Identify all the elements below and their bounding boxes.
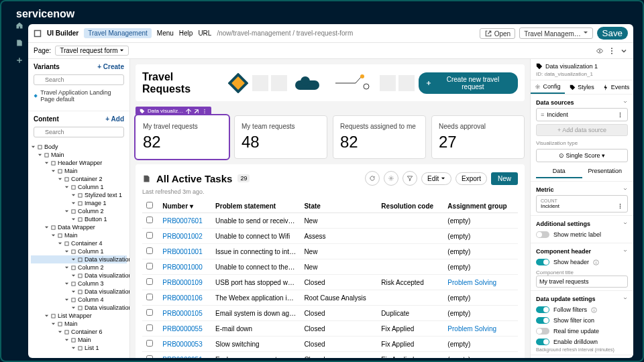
follow-filters-toggle[interactable]: [536, 306, 549, 313]
table-row[interactable]: PRB0001002Unable to connect to WifiAsses…: [142, 229, 518, 244]
tree-item[interactable]: Main: [31, 231, 127, 239]
row-checkbox[interactable]: [146, 340, 153, 347]
collapse-icon[interactable]: [623, 221, 628, 226]
tree-item[interactable]: Main: [31, 167, 127, 175]
table-cell[interactable]: PRB0000105: [158, 306, 211, 321]
kpi-card[interactable]: My team requests48: [234, 115, 327, 159]
row-checkbox[interactable]: [146, 232, 153, 239]
chevron-down-icon[interactable]: [620, 47, 628, 55]
kpi-card[interactable]: My travel requests82: [136, 115, 229, 159]
travel-mgmt-dropdown[interactable]: Travel Managem…: [519, 27, 592, 39]
kpi-card[interactable]: Requests assigned to me82: [333, 115, 426, 159]
row-checkbox[interactable]: [146, 324, 153, 331]
drilldown-toggle[interactable]: [536, 339, 549, 345]
table-row[interactable]: PRB0000106The Webex application is unava…: [142, 290, 518, 306]
row-checkbox[interactable]: [146, 217, 153, 223]
table-cell[interactable]: PRB0000109: [158, 275, 211, 290]
variants-create[interactable]: + Create: [97, 63, 124, 70]
menu-link[interactable]: Menu: [157, 29, 174, 37]
tree-item[interactable]: List 1: [31, 344, 127, 352]
config-tab-events[interactable]: Events: [599, 80, 633, 94]
content-add[interactable]: + Add: [105, 115, 124, 123]
col-header[interactable]: Assignment group: [443, 199, 518, 213]
realtime-toggle[interactable]: [536, 328, 549, 335]
select-all-checkbox[interactable]: [146, 202, 153, 208]
collapse-icon[interactable]: [623, 99, 628, 105]
help-link[interactable]: Help: [179, 29, 193, 37]
row-checkbox[interactable]: [146, 355, 153, 358]
row-checkbox[interactable]: [146, 309, 153, 316]
edit-button[interactable]: Edit: [421, 172, 451, 185]
selection-bar[interactable]: Data visualiz…: [136, 107, 211, 115]
table-cell[interactable]: PRB0001001: [158, 244, 211, 259]
table-row[interactable]: PRB0000109USB port has stopped workingCl…: [142, 275, 518, 290]
row-checkbox[interactable]: [146, 278, 153, 285]
add-datasource-button[interactable]: + Add data source: [536, 124, 628, 136]
component-title-input[interactable]: [536, 276, 628, 288]
metric-box[interactable]: COUNTIncident: [536, 195, 628, 213]
tree-item[interactable]: Column 2: [31, 207, 127, 215]
tree-item[interactable]: Main: [31, 320, 127, 328]
tree-item[interactable]: Data visualization 3: [31, 288, 127, 296]
tree-item[interactable]: Column 2: [31, 263, 127, 272]
tree-item[interactable]: Main: [31, 151, 127, 159]
subtab-data[interactable]: Data: [536, 165, 582, 178]
table-row[interactable]: PRB0000051Exchange server outageClosedFi…: [142, 352, 518, 358]
plus-icon[interactable]: [15, 56, 23, 64]
tree-item[interactable]: Data visualization 4: [31, 304, 127, 312]
new-button[interactable]: New: [491, 172, 518, 185]
col-header[interactable]: State: [300, 199, 377, 213]
tree-item[interactable]: Body: [31, 143, 127, 151]
doc-icon[interactable]: [15, 39, 23, 47]
tree-item[interactable]: Column 4: [31, 296, 127, 304]
collapse-icon[interactable]: [623, 186, 628, 192]
create-travel-request-button[interactable]: Create new travel request: [419, 72, 518, 94]
kpi-card[interactable]: Needs approval27: [431, 115, 525, 159]
table-cell[interactable]: Problem Solving: [443, 321, 518, 337]
collapse-icon[interactable]: [623, 296, 628, 301]
col-header[interactable]: Problem statement: [211, 199, 300, 213]
table-cell[interactable]: Problem Solving: [443, 275, 518, 290]
table-row[interactable]: PRB0007601Unable to send or receive emai…: [142, 213, 518, 229]
tree-item[interactable]: Column 3: [31, 280, 127, 288]
variant-item[interactable]: Travel Application Landing Page default: [40, 89, 124, 103]
col-header[interactable]: Number ▾: [158, 199, 211, 213]
tree-item[interactable]: Column 1: [31, 183, 127, 191]
show-metric-label-toggle[interactable]: [536, 231, 549, 238]
tree-item[interactable]: Container 2: [31, 175, 127, 183]
table-row[interactable]: PRB0001000Unable to connect to the VPNNe…: [142, 259, 518, 275]
tree-item[interactable]: Data Wrapper: [31, 223, 127, 231]
table-row[interactable]: PRB0000053Slow switchingClosedFix Applie…: [142, 337, 518, 352]
row-checkbox[interactable]: [146, 263, 153, 269]
eye-icon[interactable]: [596, 47, 604, 55]
tree-item[interactable]: Main: [31, 336, 127, 344]
tree-item[interactable]: Container 6: [31, 328, 127, 336]
config-tab-styles[interactable]: Styles: [565, 80, 599, 94]
tree-item[interactable]: Stylized text 1: [31, 191, 127, 199]
more-icon[interactable]: [608, 47, 616, 55]
datasource-item[interactable]: ≡Incident: [536, 108, 628, 121]
table-cell[interactable]: PRB0000106: [158, 290, 211, 306]
table-cell[interactable]: PRB0007601: [158, 213, 211, 229]
app-pill[interactable]: Travel Management: [84, 28, 152, 38]
tree-item[interactable]: Image 1: [31, 199, 127, 207]
table-cell[interactable]: PRB0000055: [158, 321, 211, 337]
variants-search[interactable]: [34, 74, 124, 85]
open-button[interactable]: Open: [480, 28, 515, 39]
table-row[interactable]: PRB0000105Email system is down againClos…: [142, 306, 518, 321]
content-search[interactable]: [34, 127, 124, 137]
tree-item[interactable]: Data visualization 2: [31, 272, 127, 280]
subtab-presentation[interactable]: Presentation: [582, 165, 629, 178]
show-filter-icon-toggle[interactable]: [536, 317, 549, 324]
export-button[interactable]: Export: [455, 172, 487, 185]
show-header-toggle[interactable]: [536, 259, 549, 265]
tree-item[interactable]: Header Wrapper: [31, 159, 127, 167]
tree-item[interactable]: List Wrapper: [31, 312, 127, 320]
refresh-button[interactable]: [365, 171, 380, 186]
tree-item[interactable]: Button 1: [31, 215, 127, 223]
viztype-selector[interactable]: ⊙ Single Score ▾: [536, 149, 628, 162]
filter-button[interactable]: [402, 171, 417, 186]
table-cell[interactable]: PRB0001000: [158, 259, 211, 275]
save-button[interactable]: Save: [597, 27, 628, 40]
settings-button[interactable]: [384, 171, 398, 186]
